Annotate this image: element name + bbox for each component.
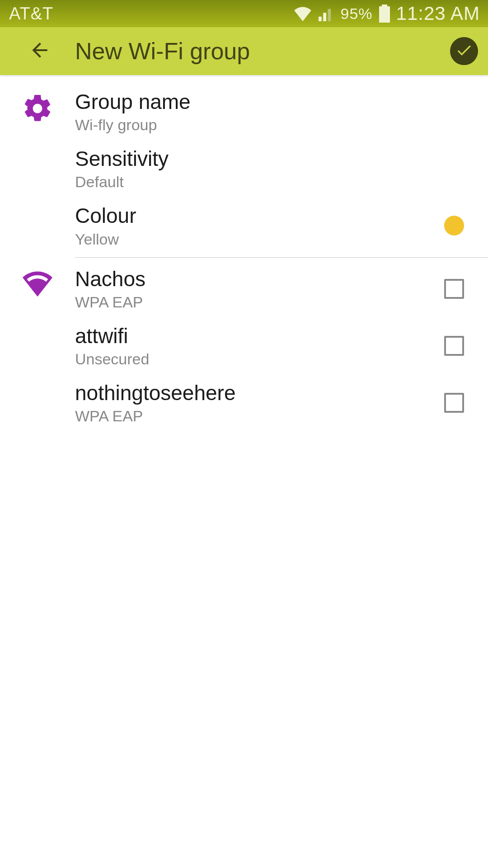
colour-title: Colour xyxy=(75,203,434,228)
svg-rect-5 xyxy=(379,6,390,23)
network-item[interactable]: nothingtoseehere WPA EAP xyxy=(0,374,488,431)
network-ssid: Nachos xyxy=(75,267,434,292)
clock: 11:23 AM xyxy=(396,3,480,24)
network-ssid: attwifi xyxy=(75,324,434,349)
arrow-back-icon xyxy=(28,39,51,63)
wifi-icon xyxy=(21,269,54,311)
battery-icon xyxy=(379,5,390,23)
network-security: WPA EAP xyxy=(75,407,434,425)
group-name-title: Group name xyxy=(75,90,474,114)
cell-signal-icon xyxy=(319,6,334,21)
network-security: WPA EAP xyxy=(75,293,434,311)
sensitivity-value: Default xyxy=(75,173,474,191)
battery-percent: 95% xyxy=(340,5,372,23)
svg-rect-0 xyxy=(319,17,322,21)
content: Group name Wi-fly group Sensitivity Defa… xyxy=(0,75,488,431)
network-checkbox[interactable] xyxy=(444,279,464,299)
network-item[interactable]: Nachos WPA EAP xyxy=(0,260,488,317)
svg-rect-1 xyxy=(324,13,327,21)
svg-rect-2 xyxy=(328,9,331,21)
colour-value: Yellow xyxy=(75,231,434,248)
network-item[interactable]: attwifi Unsecured xyxy=(0,317,488,374)
setting-sensitivity[interactable]: Sensitivity Default xyxy=(0,140,488,197)
gear-icon xyxy=(21,92,54,134)
status-bar: AT&T 95% 11:23 AM xyxy=(0,0,488,27)
divider xyxy=(75,257,488,258)
network-checkbox[interactable] xyxy=(444,393,464,413)
network-security: Unsecured xyxy=(75,350,434,368)
svg-rect-4 xyxy=(382,5,387,6)
carrier-label: AT&T xyxy=(9,4,53,24)
network-checkbox[interactable] xyxy=(444,336,464,356)
status-right: 95% 11:23 AM xyxy=(293,3,480,24)
network-ssid: nothingtoseehere xyxy=(75,381,434,406)
sensitivity-title: Sensitivity xyxy=(75,146,474,171)
wifi-status-icon xyxy=(293,6,312,21)
colour-swatch xyxy=(444,216,464,236)
page-title: New Wi-Fi group xyxy=(75,38,250,65)
back-button[interactable] xyxy=(26,38,53,65)
check-icon xyxy=(455,41,473,61)
confirm-button[interactable] xyxy=(450,37,478,65)
setting-colour[interactable]: Colour Yellow xyxy=(0,197,488,254)
group-name-value: Wi-fly group xyxy=(75,116,474,134)
app-bar: New Wi-Fi group xyxy=(0,27,488,75)
setting-group-name[interactable]: Group name Wi-fly group xyxy=(0,83,488,140)
